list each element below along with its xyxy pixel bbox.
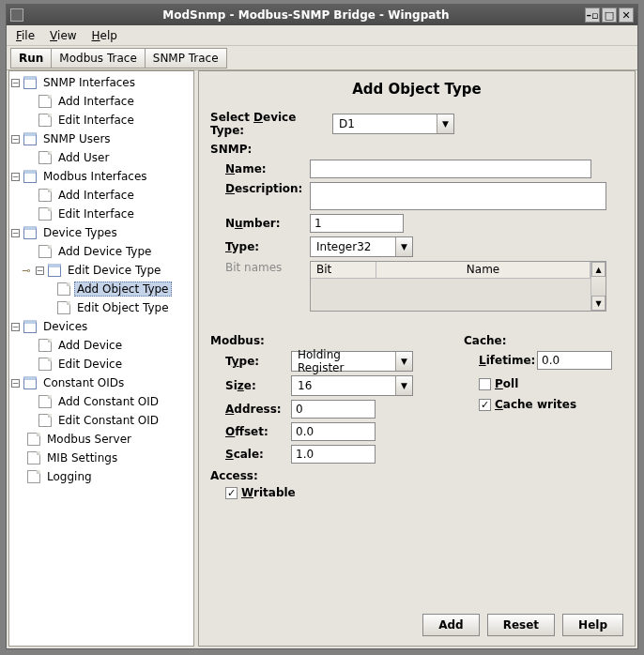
tree-modbus-interfaces[interactable]: − Modbus Interfaces	[9, 168, 193, 185]
content-area: − SNMP Interfaces Add Interface Edit Int…	[8, 70, 636, 647]
file-icon	[38, 189, 52, 202]
lifetime-input[interactable]	[537, 351, 612, 370]
close-button[interactable]: ✕	[619, 8, 634, 23]
page-title: Add Object Type	[210, 81, 623, 98]
size-label: Size:	[225, 379, 291, 392]
collapse-icon[interactable]: −	[36, 267, 44, 275]
access-section-label: Access:	[210, 469, 426, 482]
tree-mib-settings[interactable]: MIB Settings	[9, 449, 193, 466]
file-icon	[27, 433, 40, 446]
tab-modbus-trace[interactable]: Modbus Trace	[51, 48, 145, 69]
scroll-down-icon[interactable]: ▼	[591, 296, 606, 311]
chevron-down-icon[interactable]: ▼	[395, 352, 412, 371]
folder-icon	[23, 170, 37, 183]
window-title: ModSnmp - Modbus-SNMP Bridge - Wingpath	[27, 8, 585, 22]
bitnames-label: Bit names	[225, 261, 310, 274]
name-input[interactable]	[310, 160, 591, 178]
chevron-down-icon[interactable]: ▼	[395, 376, 412, 395]
tree-snmp-add-interface[interactable]: Add Interface	[9, 93, 193, 110]
tree-snmp-edit-interface[interactable]: Edit Interface	[9, 112, 193, 129]
collapse-icon[interactable]: −	[11, 323, 20, 331]
reset-button[interactable]: Reset	[487, 614, 555, 636]
file-icon	[38, 245, 52, 258]
scale-input[interactable]	[291, 445, 376, 464]
minimize-button[interactable]: –▫	[585, 8, 600, 23]
modbus-section-label: Modbus:	[210, 334, 426, 347]
tree-modbus-edit-interface[interactable]: Edit Interface	[9, 206, 193, 222]
tree-add-device-type[interactable]: Add Device Type	[9, 243, 193, 260]
tree-snmp-add-user[interactable]: Add User	[9, 149, 193, 166]
device-type-select[interactable]: D1 ▼	[332, 114, 454, 134]
offset-input[interactable]	[291, 422, 376, 441]
tree-device-types[interactable]: − Device Types	[9, 224, 193, 241]
button-bar: Add Reset Help	[422, 614, 623, 636]
tab-snmp-trace[interactable]: SNMP Trace	[145, 48, 227, 69]
file-icon	[27, 451, 40, 465]
description-label: Description:	[225, 182, 310, 195]
collapse-icon[interactable]: −	[11, 229, 20, 237]
poll-label: Poll	[495, 377, 518, 390]
tree-snmp-users[interactable]: − SNMP Users	[9, 130, 193, 147]
maximize-button[interactable]: □	[602, 8, 617, 23]
bit-col-header: Bit	[311, 262, 376, 278]
tree-add-constant-oid[interactable]: Add Constant OID	[9, 393, 193, 410]
tree-edit-object-type[interactable]: Edit Object Type	[9, 299, 193, 316]
file-icon	[38, 151, 52, 164]
chevron-down-icon[interactable]: ▼	[437, 114, 453, 133]
menu-help[interactable]: Help	[86, 27, 123, 44]
tree-modbus-add-interface[interactable]: Add Interface	[9, 187, 193, 204]
scale-label: Scale:	[225, 448, 291, 461]
collapse-icon[interactable]: −	[11, 379, 20, 388]
cache-writes-checkbox[interactable]	[479, 399, 491, 411]
file-icon	[38, 395, 52, 408]
address-input[interactable]	[291, 400, 376, 419]
tab-run[interactable]: Run	[10, 48, 52, 69]
menu-view[interactable]: View	[44, 27, 82, 44]
app-window: ModSnmp - Modbus-SNMP Bridge - Wingpath …	[6, 4, 638, 649]
modbus-type-label: Type:	[225, 355, 291, 368]
file-icon	[57, 301, 70, 314]
help-button[interactable]: Help	[562, 614, 623, 636]
scroll-up-icon[interactable]: ▲	[591, 262, 606, 277]
tree-edit-device[interactable]: Edit Device	[9, 356, 193, 373]
snmp-type-select[interactable]: Integer32 ▼	[310, 236, 413, 257]
collapse-icon[interactable]: −	[11, 79, 20, 87]
tree-add-device[interactable]: Add Device	[9, 337, 193, 354]
number-input[interactable]	[310, 214, 404, 233]
expand-key-icon[interactable]: ⊸	[21, 265, 32, 276]
collapse-icon[interactable]: −	[11, 135, 20, 144]
file-icon	[38, 339, 52, 352]
tree-snmp-interfaces[interactable]: − SNMP Interfaces	[9, 74, 193, 91]
folder-icon	[23, 226, 37, 239]
scrollbar[interactable]: ▲ ▼	[590, 262, 606, 311]
writable-checkbox[interactable]	[225, 487, 238, 499]
size-select[interactable]: 16 ▼	[291, 375, 413, 396]
description-input[interactable]	[310, 182, 606, 210]
poll-checkbox[interactable]	[479, 378, 491, 390]
add-button[interactable]: Add	[422, 614, 479, 636]
config-tree: − SNMP Interfaces Add Interface Edit Int…	[8, 70, 194, 647]
file-icon	[57, 282, 70, 296]
menu-file[interactable]: File	[10, 27, 40, 44]
name-col-header: Name	[376, 262, 590, 278]
number-label: Number:	[225, 217, 310, 230]
tree-edit-device-type[interactable]: ⊸ − Edit Device Type	[9, 262, 193, 279]
tab-bar: Run Modbus Trace SNMP Trace	[7, 46, 637, 70]
address-label: Address:	[225, 403, 291, 416]
modbus-type-select[interactable]: Holding Register ▼	[291, 351, 413, 372]
chevron-down-icon[interactable]: ▼	[395, 237, 412, 256]
tree-modbus-server[interactable]: Modbus Server	[9, 431, 193, 448]
tree-devices[interactable]: − Devices	[9, 318, 193, 335]
folder-icon	[23, 376, 37, 389]
tree-edit-constant-oid[interactable]: Edit Constant OID	[9, 412, 193, 429]
tree-add-object-type[interactable]: Add Object Type	[9, 281, 193, 297]
tree-logging[interactable]: Logging	[9, 468, 193, 485]
folder-icon	[48, 264, 61, 277]
bitnames-table: Bit Name ▲ ▼	[310, 261, 606, 312]
title-bar: ModSnmp - Modbus-SNMP Bridge - Wingpath …	[7, 5, 637, 25]
tree-constant-oids[interactable]: − Constant OIDs	[9, 374, 193, 391]
lifetime-label: Lifetime:	[479, 354, 537, 367]
collapse-icon[interactable]: −	[11, 173, 20, 181]
name-label: Name:	[225, 162, 310, 175]
type-label: Type:	[225, 240, 310, 253]
